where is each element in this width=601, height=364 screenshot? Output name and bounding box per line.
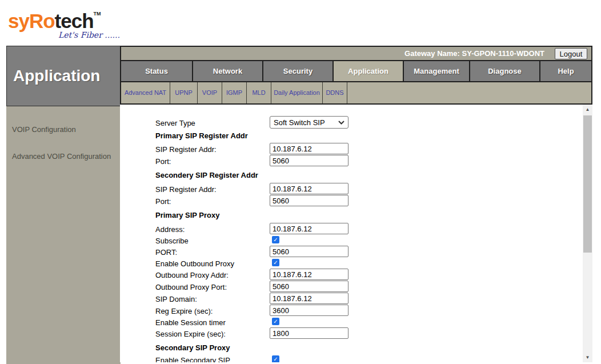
- enable-secondary-sip-checkbox[interactable]: ✓: [272, 355, 279, 362]
- enable-outbound-proxy-checkbox[interactable]: ✓: [272, 259, 279, 266]
- form-row-server-type: Server Type Soft Switch SIP: [155, 117, 592, 129]
- voip-config-form: Server Type Soft Switch SIP Primary SIP …: [120, 105, 592, 362]
- address-input[interactable]: [270, 223, 348, 234]
- outbound-proxy-addr-input[interactable]: [270, 269, 348, 280]
- sip-register-addr-2-input[interactable]: [270, 183, 348, 194]
- section-heading-secondary-sip-proxy: Secondary SIP Proxy: [155, 343, 592, 353]
- sidebar-item-advanced-voip-configuration[interactable]: Advanced VOIP Configuration: [12, 153, 121, 161]
- subtab-mld[interactable]: MLD: [247, 82, 271, 103]
- tab-help[interactable]: Help: [540, 61, 591, 81]
- vertical-scrollbar[interactable]: ▲ ▼: [583, 105, 592, 362]
- port-caps-label: PORT:: [155, 248, 267, 257]
- tab-management[interactable]: Management: [404, 61, 470, 81]
- address-label: Address:: [155, 225, 267, 234]
- port-2-label: Port:: [155, 197, 267, 206]
- form-row-address: Address:: [155, 223, 592, 235]
- port-input[interactable]: [270, 155, 348, 166]
- logout-button[interactable]: Logout: [555, 48, 587, 59]
- tab-security[interactable]: Security: [263, 61, 334, 81]
- brand-logo: syRotechTM Let's Fiber ......: [8, 1, 134, 45]
- session-expire-input[interactable]: [270, 327, 348, 339]
- subscribe-checkbox[interactable]: ✓: [272, 236, 279, 243]
- tab-status[interactable]: Status: [121, 61, 193, 81]
- section-heading-primary-sip-proxy: Primary SIP Proxy: [155, 211, 592, 220]
- trademark-symbol: TM: [94, 11, 101, 17]
- port-label: Port:: [155, 157, 267, 166]
- form-row-outbound-proxy-addr: Outbound Proxy Addr:: [155, 269, 592, 281]
- subtab-ddns[interactable]: DDNS: [323, 82, 347, 103]
- form-row-sip-domain: SIP Domain:: [155, 293, 592, 305]
- subtab-daily-application[interactable]: Daily Application: [271, 82, 323, 103]
- enable-session-timer-checkbox[interactable]: ✓: [272, 318, 279, 325]
- server-type-select[interactable]: Soft Switch SIP: [270, 116, 348, 129]
- form-row-port-caps: PORT:: [155, 246, 592, 258]
- port-caps-input[interactable]: [270, 246, 348, 257]
- scroll-down-icon[interactable]: ▼: [583, 353, 592, 362]
- sidebar-item-voip-configuration[interactable]: VOIP Configuration: [12, 126, 121, 134]
- session-expire-label: Session Expire (sec):: [155, 330, 267, 338]
- form-row-sip-register-addr: SIP Register Addr:: [155, 143, 592, 155]
- tab-diagnose[interactable]: Diagnose: [470, 61, 540, 81]
- form-row-enable-session-timer: Enable Session timer ✓: [155, 318, 592, 326]
- port-2-input[interactable]: [270, 195, 348, 206]
- content-area: Server Type Soft Switch SIP Primary SIP …: [120, 105, 592, 362]
- tab-application[interactable]: Application: [334, 61, 404, 81]
- outbound-proxy-port-input[interactable]: [270, 281, 348, 292]
- enable-outbound-proxy-label: Enable Outbound Proxy: [155, 259, 267, 268]
- section-heading-primary-sip-register: Primary SIP Register Addr: [155, 131, 592, 141]
- form-row-subscribe: Subscribe ✓: [155, 236, 592, 244]
- sip-register-addr-label: SIP Register Addr:: [155, 145, 267, 154]
- sip-domain-input[interactable]: [270, 293, 348, 304]
- brand-dark-text: tech: [55, 10, 94, 32]
- form-row-enable-outbound-proxy: Enable Outbound Proxy ✓: [155, 259, 592, 267]
- subtab-advanced-nat[interactable]: Advanced NAT: [121, 82, 170, 103]
- server-type-value: Soft Switch SIP: [274, 118, 325, 127]
- enable-secondary-sip-label: Enable Secondary SIP: [155, 356, 267, 362]
- main-panel: Gateway Name: SY-GPON-1110-WDONT Logout …: [120, 46, 592, 364]
- sip-register-addr-input[interactable]: [270, 143, 348, 154]
- brand-orange-text: syRo: [8, 10, 55, 32]
- form-row-port-2: Port:: [155, 195, 592, 207]
- tab-network[interactable]: Network: [193, 61, 263, 81]
- outbound-proxy-port-label: Outbound Proxy Port:: [155, 283, 267, 291]
- main-nav-tabs: Status Network Security Application Mana…: [121, 61, 591, 82]
- form-row-enable-secondary-sip: Enable Secondary SIP ✓: [155, 355, 592, 362]
- form-row-sip-register-addr-2: SIP Register Addr:: [155, 183, 592, 195]
- reg-expire-label: Reg Expire (sec):: [155, 307, 267, 315]
- subscribe-label: Subscribe: [155, 237, 267, 245]
- brand-wordmark: syRotechTM: [8, 1, 134, 34]
- chevron-down-icon: [338, 121, 344, 125]
- sip-domain-label: SIP Domain:: [155, 295, 267, 303]
- scroll-up-icon[interactable]: ▲: [583, 105, 592, 114]
- reg-expire-input[interactable]: [270, 305, 348, 316]
- form-row-reg-expire: Reg Expire (sec):: [155, 305, 592, 317]
- sidebar-menu: VOIP Configuration Advanced VOIP Configu…: [6, 106, 121, 161]
- form-row-outbound-proxy-port: Outbound Proxy Port:: [155, 281, 592, 293]
- subtab-igmp[interactable]: IGMP: [222, 82, 247, 103]
- gateway-bar: Gateway Name: SY-GPON-1110-WDONT Logout: [121, 47, 591, 61]
- form-row-port: Port:: [155, 155, 592, 167]
- outbound-proxy-addr-label: Outbound Proxy Addr:: [155, 271, 267, 279]
- sub-nav-tabs: Advanced NAT UPNP VOIP IGMP MLD Daily Ap…: [121, 82, 591, 103]
- form-row-session-expire: Session Expire (sec):: [155, 327, 592, 339]
- section-heading-secondery-sip-register: Secondery SIP Register Addr: [155, 171, 592, 180]
- header-bars: Gateway Name: SY-GPON-1110-WDONT Logout …: [120, 46, 592, 105]
- enable-session-timer-label: Enable Session timer: [155, 318, 267, 327]
- sip-register-addr-2-label: SIP Register Addr:: [155, 185, 267, 194]
- gateway-name-label: Gateway Name: SY-GPON-1110-WDONT: [404, 49, 544, 58]
- page-title: Application: [6, 46, 121, 106]
- scrollbar-thumb[interactable]: [583, 115, 592, 253]
- brand-tagline: Let's Fiber ......: [58, 30, 134, 39]
- sidebar: Application VOIP Configuration Advanced …: [6, 46, 121, 364]
- server-type-label: Server Type: [155, 119, 267, 127]
- subtab-voip[interactable]: VOIP: [198, 82, 222, 103]
- subtab-upnp[interactable]: UPNP: [170, 82, 198, 103]
